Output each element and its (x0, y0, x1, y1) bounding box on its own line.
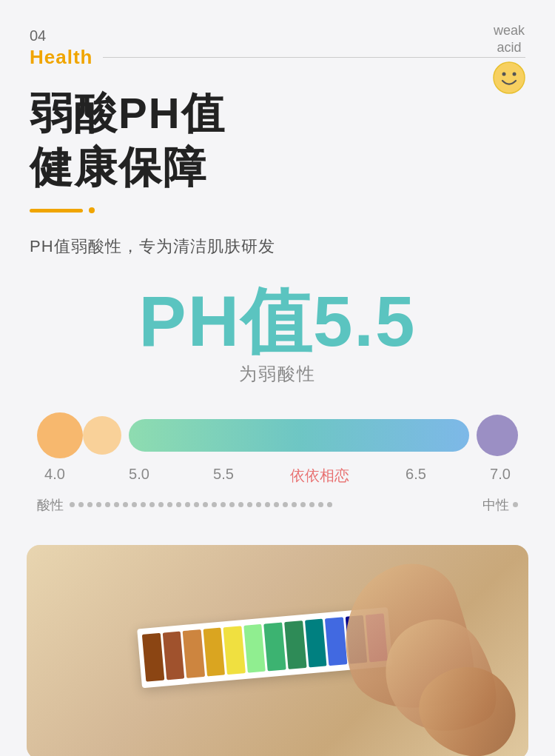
yellow-bar (30, 209, 83, 213)
strip-3 (183, 629, 205, 678)
dot (149, 502, 155, 507)
dot (309, 502, 314, 507)
dot (300, 502, 306, 507)
main-title-line1: 弱酸PH值 (30, 87, 525, 141)
svg-point-1 (502, 72, 506, 76)
dot (229, 502, 235, 507)
dot (283, 502, 288, 507)
top-section: 04 Health (0, 0, 555, 69)
dot (221, 502, 226, 507)
yellow-decoration (30, 207, 555, 213)
strip-1 (142, 633, 164, 682)
label-5: 5.0 (121, 466, 157, 486)
neutral-label: 中性 (482, 496, 509, 514)
dot (318, 502, 323, 507)
scale-section: 4.0 5.0 5.5 依依相恋 6.5 7.0 酸性 (30, 412, 525, 514)
gradient-bar (129, 419, 469, 452)
dot (123, 502, 128, 507)
dot (256, 502, 261, 507)
circle-purple (477, 415, 518, 456)
dot (167, 502, 172, 507)
hand-background (27, 545, 528, 756)
label-brand: 依依相恋 (290, 466, 349, 486)
label-4: 4.0 (37, 466, 73, 486)
dot (292, 502, 297, 507)
strip-9 (305, 618, 327, 667)
dots-row: 酸性 (37, 496, 518, 514)
strip-4 (203, 627, 225, 676)
section-line (103, 57, 525, 58)
yellow-dot (89, 207, 95, 213)
ph-desc: 为弱酸性 (0, 362, 555, 386)
circles-row (30, 412, 525, 458)
dot (158, 502, 164, 507)
dot (176, 502, 181, 507)
svg-point-2 (513, 72, 517, 76)
dot (70, 502, 75, 507)
label-65: 6.5 (398, 466, 434, 486)
dot (238, 502, 243, 507)
circle-orange (37, 412, 83, 458)
weak-acid-box: weak acid (493, 22, 525, 94)
ph-display: PH值5.5 为弱酸性 (0, 284, 555, 386)
subtitle: PH值弱酸性，专为清洁肌肤研发 (30, 235, 525, 258)
dot (212, 502, 217, 507)
dot (105, 502, 110, 507)
dot-end (513, 502, 518, 507)
ph-paper-image (27, 545, 528, 756)
smiley-icon (493, 61, 525, 94)
strip-7 (264, 622, 286, 671)
dot (247, 502, 252, 507)
circle-light-orange (83, 416, 121, 455)
ph-value: PH值5.5 (0, 284, 555, 359)
dot (132, 502, 137, 507)
strip-10 (325, 617, 347, 666)
dot (141, 502, 146, 507)
strip-2 (162, 631, 184, 680)
label-7: 7.0 (482, 466, 518, 486)
weak-acid-text: weak acid (494, 22, 525, 57)
strip-8 (284, 620, 306, 669)
label-55: 5.5 (206, 466, 241, 486)
strip-5 (223, 626, 246, 675)
dot (203, 502, 208, 507)
dot (114, 502, 119, 507)
acid-label: 酸性 (37, 496, 64, 514)
dot (78, 502, 84, 507)
dot (87, 502, 92, 507)
photo-section (27, 545, 528, 756)
dots-track (70, 502, 477, 507)
labels-row: 4.0 5.0 5.5 依依相恋 6.5 7.0 (30, 466, 525, 486)
main-title: 弱酸PH值 健康保障 (0, 87, 555, 194)
page: 04 Health weak acid 弱酸PH值 健康保障 PH值弱酸性，专为… (0, 0, 555, 756)
dot (327, 502, 332, 507)
section-label: Health (30, 46, 92, 69)
section-label-row: Health (30, 46, 525, 69)
section-number: 04 (30, 27, 525, 44)
dot (194, 502, 199, 507)
main-title-line2: 健康保障 (30, 141, 525, 195)
strip-6 (243, 624, 266, 673)
dot (185, 502, 190, 507)
dot (274, 502, 279, 507)
svg-point-0 (494, 62, 525, 93)
dot (265, 502, 270, 507)
dot (96, 502, 101, 507)
